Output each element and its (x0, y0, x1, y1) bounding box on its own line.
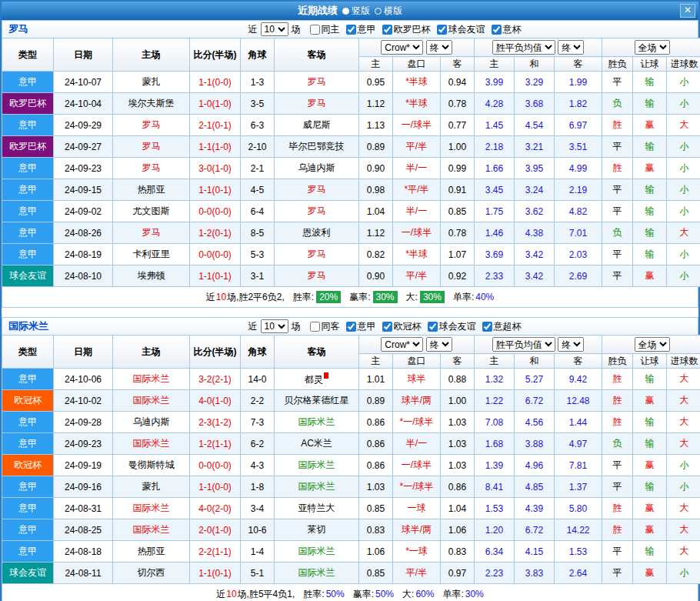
goals-result: 大 (667, 390, 700, 412)
goals-result: 小 (667, 265, 700, 287)
summary-text: 场,胜2平6负2, (227, 291, 285, 304)
league-filter-checkbox[interactable] (346, 322, 356, 332)
score: 1-1(0-0) (190, 72, 241, 93)
result: 平 (602, 563, 633, 584)
bookmaker-select[interactable]: Crow* (381, 40, 423, 55)
scope-select[interactable]: 全场 (635, 40, 670, 55)
away-team: 乌迪内斯 (275, 158, 359, 179)
handicap-line: *半球 (393, 93, 441, 115)
col-avg-home: 主 (475, 354, 515, 369)
match-count-select[interactable]: 10 (261, 22, 288, 36)
league-badge: 意甲 (2, 519, 54, 541)
league-filter[interactable]: 欧罗巴杯 (382, 23, 431, 36)
home-team: 罗马 (113, 158, 190, 179)
avg-away: 6.97 (555, 115, 602, 136)
odds-stage-select[interactable]: 终 (426, 40, 452, 55)
summary-count: 10 (226, 589, 236, 599)
league-filter[interactable]: 球会友谊 (437, 23, 485, 36)
odds-away: 0.92 (441, 265, 475, 287)
odds-home: 1.01 (359, 369, 393, 390)
league-filter-label: 意超杯 (494, 320, 522, 333)
league-filter-checkbox[interactable] (346, 25, 356, 35)
league-filter-label: 意杯 (503, 23, 522, 36)
away-team: 毕尔巴鄂竞技 (275, 136, 359, 158)
away-team: 国际米兰 (275, 563, 359, 584)
league-filter-label: 球会友谊 (439, 320, 476, 333)
home-team: 罗马 (113, 136, 190, 158)
corners: 8-5 (241, 222, 275, 244)
league-filter-checkbox[interactable] (310, 322, 320, 332)
avg-away: 5.80 (555, 498, 602, 519)
col-type: 类型 (2, 336, 54, 369)
summary-count: 10 (216, 292, 226, 302)
col-goals: 进球数 (667, 354, 700, 369)
corners: 5-3 (241, 244, 275, 265)
corners: 3-4 (241, 498, 275, 519)
league-filter-checkbox[interactable] (382, 25, 392, 35)
league-filter-label: 同主 (322, 23, 340, 36)
summary-stat-label: 大: (406, 291, 418, 304)
result: 平 (602, 265, 633, 287)
league-filter-checkbox[interactable] (382, 322, 392, 332)
match-date: 24-10-06 (54, 369, 113, 390)
handicap-result: 输 (633, 72, 667, 93)
league-filter[interactable]: 意超杯 (482, 320, 522, 333)
score: 2-0(1-0) (190, 519, 241, 541)
league-filter[interactable]: 意杯 (492, 23, 522, 36)
corners: 5-1 (241, 563, 275, 584)
col-avg-away: 客 (555, 57, 602, 72)
match-count-select[interactable]: 10 (261, 319, 288, 333)
home-team: 热那亚 (113, 179, 190, 201)
avg-stage-select[interactable]: 终 (558, 40, 584, 55)
col-odds-home: 主 (359, 57, 393, 72)
match-date: 24-09-16 (54, 476, 113, 498)
avg-select[interactable]: 胜平负均值 (492, 40, 555, 55)
avg-draw: 6.72 (515, 519, 555, 541)
bookmaker-select[interactable]: Crow* (381, 337, 423, 352)
result: 胜 (602, 498, 633, 519)
league-filter[interactable]: 同主 (310, 23, 340, 36)
avg-home: 1.46 (475, 222, 515, 244)
match-date: 24-08-18 (54, 541, 113, 563)
avg-away: 1.99 (555, 72, 602, 93)
league-badge: 意甲 (2, 115, 54, 136)
match-date: 24-10-04 (54, 93, 113, 115)
handicap-result: 赢 (633, 498, 667, 519)
league-filter[interactable]: 意甲 (346, 23, 376, 36)
avg-select[interactable]: 胜平负均值 (492, 337, 555, 352)
result: 负 (602, 93, 633, 115)
home-team: 埃弗顿 (113, 265, 190, 287)
avg-draw: 3.24 (515, 179, 555, 201)
avg-home: 1.32 (475, 369, 515, 390)
league-filter-checkbox[interactable] (492, 25, 502, 35)
summary-stat-label: 单率: (453, 291, 474, 304)
close-button[interactable]: ✕ (680, 4, 695, 18)
home-team: 国际米兰 (113, 519, 190, 541)
goals-result: 小 (667, 158, 700, 179)
odds-home: 0.95 (359, 72, 393, 93)
league-filter-checkbox[interactable] (428, 322, 438, 332)
league-filter[interactable]: 球会友谊 (428, 320, 476, 333)
league-filter[interactable]: 同客 (310, 320, 340, 333)
odds-stage-select[interactable]: 终 (426, 337, 452, 352)
layout-radio-vertical[interactable]: 竖版 (342, 5, 370, 18)
odds-home: 0.89 (359, 136, 393, 158)
away-team: 罗马 (275, 244, 359, 265)
filter-bar: 近 10 场 同主意甲欧罗巴杯球会友谊意杯 (72, 22, 698, 36)
scope-select[interactable]: 全场 (635, 337, 670, 352)
league-filter[interactable]: 欧冠杯 (382, 320, 422, 333)
match-row: 球会友谊24-08-11切尔西1-1(0-1)5-1国际米兰0.85平/半0.9… (2, 563, 700, 584)
score: 2-3(1-2) (190, 412, 241, 433)
league-filter-checkbox[interactable] (437, 25, 447, 35)
summary-stat-value: 20% (316, 291, 341, 303)
match-date: 24-09-23 (54, 158, 113, 179)
league-filter[interactable]: 意甲 (346, 320, 376, 333)
home-team: 卡利亚里 (113, 244, 190, 265)
league-filter-checkbox[interactable] (310, 25, 320, 35)
away-team: 恩波利 (275, 222, 359, 244)
league-filter-checkbox[interactable] (482, 322, 492, 332)
layout-radio-horizontal[interactable]: 横版 (375, 5, 402, 18)
avg-stage-select[interactable]: 终 (558, 337, 584, 352)
away-team: 罗马 (275, 72, 359, 93)
away-team: 国际米兰 (275, 541, 359, 563)
